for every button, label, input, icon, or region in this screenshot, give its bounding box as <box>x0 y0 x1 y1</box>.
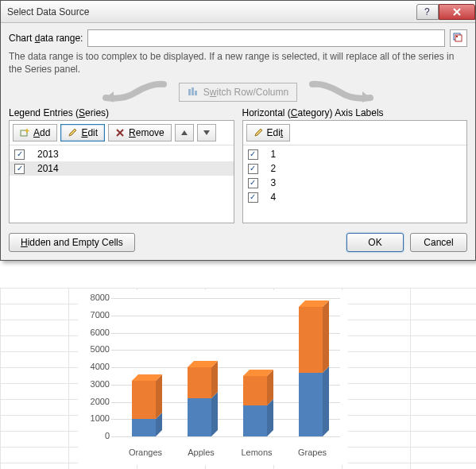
edit-icon <box>253 128 263 138</box>
ok-button[interactable]: OK <box>346 233 404 252</box>
category-axis-label: Horizontal (Category) Axis Labels <box>242 107 468 118</box>
edit-series-button[interactable]: Edit <box>60 124 105 141</box>
add-series-button[interactable]: Add <box>13 124 57 141</box>
hidden-empty-cells-button[interactable]: Hidden and Empty Cells <box>9 233 135 252</box>
checkbox[interactable]: ✓ <box>248 149 258 160</box>
chart-data-range-input[interactable] <box>87 29 445 47</box>
list-item-label: 1 <box>266 149 277 160</box>
edit-category-button[interactable]: Edit <box>246 124 291 141</box>
list-item-label: 2013 <box>33 149 59 160</box>
move-down-button[interactable] <box>197 124 216 141</box>
remove-series-button[interactable]: Remove <box>108 124 172 141</box>
checkbox[interactable]: ✓ <box>248 164 258 174</box>
ytick-label: 5000 <box>81 344 110 354</box>
checkbox[interactable]: ✓ <box>248 192 258 203</box>
list-item[interactable]: ✓2013 <box>10 147 234 161</box>
ytick-label: 3000 <box>81 379 110 389</box>
bar-segment[interactable] <box>132 381 162 419</box>
triangle-up-icon <box>180 129 188 137</box>
svg-rect-4 <box>188 89 191 95</box>
add-icon <box>20 128 29 138</box>
svg-rect-5 <box>192 87 194 95</box>
xtick-label: Oranges <box>118 448 173 457</box>
triangle-down-icon <box>203 129 211 137</box>
bar-segment[interactable] <box>299 373 329 436</box>
list-item[interactable]: ✓4 <box>243 190 467 204</box>
ytick-label: 4000 <box>81 362 110 371</box>
embedded-chart[interactable]: 010002000300040005000600070008000 Orange… <box>78 290 348 465</box>
list-item-label: 2 <box>266 163 277 174</box>
select-data-source-dialog: Select Data Source ? Chart data range: T… <box>0 0 476 261</box>
svg-text:?: ? <box>424 7 430 17</box>
chart-data-range-label: Chart data range: <box>9 33 83 44</box>
list-item-label: 3 <box>266 177 277 188</box>
arrow-right-icon <box>308 80 380 104</box>
arrow-left-icon <box>96 80 168 104</box>
checkbox[interactable]: ✓ <box>248 178 258 188</box>
checkbox[interactable]: ✓ <box>14 164 25 174</box>
bar-segment[interactable] <box>299 307 329 373</box>
remove-icon <box>115 128 125 138</box>
dialog-title: Select Data Source <box>7 6 416 17</box>
cancel-button[interactable]: Cancel <box>410 233 467 252</box>
close-button[interactable] <box>439 4 475 20</box>
list-item-label: 4 <box>266 192 277 203</box>
list-item[interactable]: ✓3 <box>243 176 467 190</box>
switch-icon <box>188 87 199 98</box>
ytick-label: 1000 <box>81 413 110 423</box>
legend-entries-label: Legend Entries (Series) <box>9 107 234 118</box>
list-item-label: 2014 <box>33 163 59 174</box>
list-item[interactable]: ✓1 <box>243 147 467 161</box>
xtick-label: Apples <box>173 448 229 457</box>
checkbox[interactable]: ✓ <box>14 149 25 160</box>
range-note-text: The data range is too complex to be disp… <box>9 50 467 76</box>
list-item[interactable]: ✓2 <box>243 161 467 176</box>
svg-rect-3 <box>456 36 458 37</box>
bar-segment[interactable] <box>188 367 218 398</box>
dialog-titlebar: Select Data Source ? <box>1 1 475 23</box>
edit-icon <box>68 128 77 138</box>
bar-segment[interactable] <box>243 376 273 405</box>
xtick-label: Lemons <box>229 448 284 457</box>
svg-rect-6 <box>195 91 197 95</box>
move-up-button[interactable] <box>175 124 194 141</box>
bar-segment[interactable] <box>243 405 273 436</box>
chart-plot-area <box>118 298 340 436</box>
ytick-label: 0 <box>81 431 110 440</box>
bar-segment[interactable] <box>132 419 162 436</box>
ytick-label: 2000 <box>81 397 110 406</box>
series-listbox[interactable]: Add Edit Remove <box>9 120 234 223</box>
xtick-label: Grapes <box>284 448 340 457</box>
ytick-label: 6000 <box>81 328 110 337</box>
bar-segment[interactable] <box>188 398 218 436</box>
collapse-dialog-button[interactable] <box>450 29 467 47</box>
category-listbox[interactable]: Edit ✓1✓2✓3✓4 <box>242 120 468 223</box>
help-button[interactable]: ? <box>416 4 439 20</box>
switch-row-column-button: Switch Row/Column <box>179 83 297 102</box>
ytick-label: 8000 <box>81 293 110 302</box>
list-item[interactable]: ✓2014 <box>10 161 234 176</box>
ytick-label: 7000 <box>81 310 110 320</box>
